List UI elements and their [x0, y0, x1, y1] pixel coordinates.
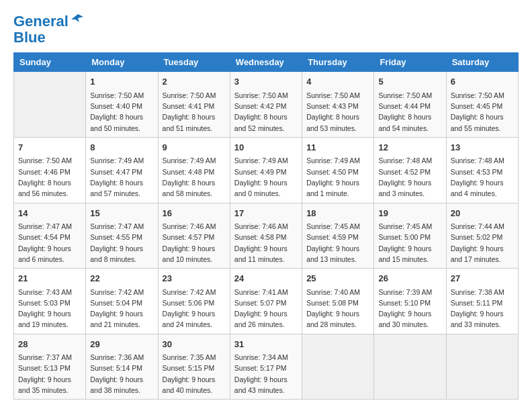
day-info: Sunrise: 7:50 AMSunset: 4:45 PMDaylight:…	[451, 90, 514, 134]
calendar-cell: 28Sunrise: 7:37 AMSunset: 5:13 PMDayligh…	[14, 334, 86, 400]
day-number: 17	[234, 207, 298, 220]
page-header: General Blue	[13, 13, 519, 46]
day-number: 1	[90, 75, 153, 89]
day-info: Sunrise: 7:42 AMSunset: 5:04 PMDaylight:…	[90, 287, 153, 330]
day-info: Sunrise: 7:49 AMSunset: 4:50 PMDaylight:…	[306, 155, 369, 199]
calendar-cell: 1Sunrise: 7:50 AMSunset: 4:40 PMDaylight…	[86, 72, 158, 138]
calendar-cell: 30Sunrise: 7:35 AMSunset: 5:15 PMDayligh…	[158, 334, 230, 400]
day-info: Sunrise: 7:45 AMSunset: 5:00 PMDaylight:…	[378, 221, 441, 265]
day-info: Sunrise: 7:47 AMSunset: 4:54 PMDaylight:…	[18, 221, 81, 265]
day-number: 9	[163, 141, 226, 154]
day-info: Sunrise: 7:49 AMSunset: 4:49 PMDaylight:…	[234, 155, 298, 199]
calendar-cell: 12Sunrise: 7:48 AMSunset: 4:52 PMDayligh…	[374, 137, 446, 203]
calendar-cell	[302, 334, 374, 400]
calendar-cell: 2Sunrise: 7:50 AMSunset: 4:41 PMDaylight…	[158, 72, 230, 138]
day-info: Sunrise: 7:50 AMSunset: 4:43 PMDaylight:…	[306, 90, 369, 134]
calendar-cell: 27Sunrise: 7:38 AMSunset: 5:11 PMDayligh…	[446, 269, 518, 334]
calendar-cell	[14, 72, 86, 138]
logo-bird-icon	[70, 13, 83, 26]
day-info: Sunrise: 7:40 AMSunset: 5:08 PMDaylight:…	[306, 287, 369, 330]
calendar-cell: 24Sunrise: 7:41 AMSunset: 5:07 PMDayligh…	[230, 269, 302, 334]
day-number: 18	[306, 207, 369, 220]
calendar-week-3: 14Sunrise: 7:47 AMSunset: 4:54 PMDayligh…	[14, 203, 519, 269]
weekday-header-row: SundayMondayTuesdayWednesdayThursdayFrid…	[14, 53, 519, 72]
weekday-header-sunday: Sunday	[14, 53, 86, 72]
day-info: Sunrise: 7:50 AMSunset: 4:42 PMDaylight:…	[234, 90, 298, 134]
logo: General Blue	[13, 13, 83, 46]
day-info: Sunrise: 7:47 AMSunset: 4:55 PMDaylight:…	[90, 221, 153, 265]
calendar-cell	[446, 334, 518, 400]
day-number: 24	[234, 272, 298, 285]
calendar-cell: 19Sunrise: 7:45 AMSunset: 5:00 PMDayligh…	[374, 203, 446, 269]
day-number: 26	[378, 272, 441, 285]
day-number: 10	[234, 141, 298, 154]
svg-marker-0	[71, 14, 83, 22]
weekday-header-monday: Monday	[86, 53, 158, 72]
day-info: Sunrise: 7:49 AMSunset: 4:47 PMDaylight:…	[90, 155, 153, 199]
day-info: Sunrise: 7:39 AMSunset: 5:10 PMDaylight:…	[378, 287, 441, 330]
day-info: Sunrise: 7:50 AMSunset: 4:40 PMDaylight:…	[90, 90, 153, 134]
day-number: 19	[378, 207, 441, 220]
calendar-cell: 29Sunrise: 7:36 AMSunset: 5:14 PMDayligh…	[86, 334, 158, 400]
day-info: Sunrise: 7:50 AMSunset: 4:46 PMDaylight:…	[18, 155, 81, 199]
calendar-cell: 4Sunrise: 7:50 AMSunset: 4:43 PMDaylight…	[302, 72, 374, 138]
day-number: 21	[18, 272, 81, 285]
day-info: Sunrise: 7:37 AMSunset: 5:13 PMDaylight:…	[18, 352, 81, 396]
calendar-table: SundayMondayTuesdayWednesdayThursdayFrid…	[13, 52, 519, 400]
day-number: 29	[90, 338, 153, 351]
calendar-cell: 21Sunrise: 7:43 AMSunset: 5:03 PMDayligh…	[14, 269, 86, 334]
day-number: 5	[378, 75, 441, 89]
day-info: Sunrise: 7:48 AMSunset: 4:52 PMDaylight:…	[378, 155, 441, 199]
calendar-cell: 26Sunrise: 7:39 AMSunset: 5:10 PMDayligh…	[374, 269, 446, 334]
day-info: Sunrise: 7:41 AMSunset: 5:07 PMDaylight:…	[234, 287, 298, 330]
day-info: Sunrise: 7:46 AMSunset: 4:57 PMDaylight:…	[163, 221, 226, 265]
day-number: 4	[306, 75, 369, 89]
day-number: 11	[306, 141, 369, 154]
calendar-cell: 25Sunrise: 7:40 AMSunset: 5:08 PMDayligh…	[302, 269, 374, 334]
day-number: 22	[90, 272, 153, 285]
day-number: 3	[234, 75, 298, 89]
day-info: Sunrise: 7:45 AMSunset: 4:59 PMDaylight:…	[306, 221, 369, 265]
day-number: 20	[451, 207, 514, 220]
day-number: 2	[163, 75, 226, 89]
weekday-header-saturday: Saturday	[446, 53, 518, 72]
calendar-week-2: 7Sunrise: 7:50 AMSunset: 4:46 PMDaylight…	[14, 137, 519, 203]
day-info: Sunrise: 7:46 AMSunset: 4:58 PMDaylight:…	[234, 221, 298, 265]
day-number: 7	[18, 141, 81, 154]
day-number: 12	[378, 141, 441, 154]
calendar-cell: 15Sunrise: 7:47 AMSunset: 4:55 PMDayligh…	[86, 203, 158, 269]
calendar-cell: 3Sunrise: 7:50 AMSunset: 4:42 PMDaylight…	[230, 72, 302, 138]
calendar-cell: 23Sunrise: 7:42 AMSunset: 5:06 PMDayligh…	[158, 269, 230, 334]
day-number: 30	[163, 338, 226, 351]
calendar-cell: 22Sunrise: 7:42 AMSunset: 5:04 PMDayligh…	[86, 269, 158, 334]
calendar-cell: 16Sunrise: 7:46 AMSunset: 4:57 PMDayligh…	[158, 203, 230, 269]
day-number: 14	[18, 207, 81, 220]
calendar-cell: 10Sunrise: 7:49 AMSunset: 4:49 PMDayligh…	[230, 137, 302, 203]
day-info: Sunrise: 7:50 AMSunset: 4:44 PMDaylight:…	[378, 90, 441, 134]
day-info: Sunrise: 7:44 AMSunset: 5:02 PMDaylight:…	[451, 221, 514, 265]
day-number: 28	[18, 338, 81, 351]
day-info: Sunrise: 7:48 AMSunset: 4:53 PMDaylight:…	[451, 155, 514, 199]
calendar-cell: 9Sunrise: 7:49 AMSunset: 4:48 PMDaylight…	[158, 137, 230, 203]
day-info: Sunrise: 7:36 AMSunset: 5:14 PMDaylight:…	[90, 352, 153, 396]
calendar-cell: 6Sunrise: 7:50 AMSunset: 4:45 PMDaylight…	[446, 72, 518, 138]
calendar-cell: 5Sunrise: 7:50 AMSunset: 4:44 PMDaylight…	[374, 72, 446, 138]
calendar-cell: 13Sunrise: 7:48 AMSunset: 4:53 PMDayligh…	[446, 137, 518, 203]
calendar-cell: 31Sunrise: 7:34 AMSunset: 5:17 PMDayligh…	[230, 334, 302, 400]
day-number: 31	[234, 338, 298, 351]
calendar-cell	[374, 334, 446, 400]
calendar-week-5: 28Sunrise: 7:37 AMSunset: 5:13 PMDayligh…	[14, 334, 519, 400]
day-info: Sunrise: 7:49 AMSunset: 4:48 PMDaylight:…	[163, 155, 226, 199]
day-number: 25	[306, 272, 369, 285]
day-number: 27	[451, 272, 514, 285]
calendar-week-1: 1Sunrise: 7:50 AMSunset: 4:40 PMDaylight…	[14, 72, 519, 138]
day-info: Sunrise: 7:42 AMSunset: 5:06 PMDaylight:…	[163, 287, 226, 330]
calendar-cell: 8Sunrise: 7:49 AMSunset: 4:47 PMDaylight…	[86, 137, 158, 203]
weekday-header-friday: Friday	[374, 53, 446, 72]
day-info: Sunrise: 7:38 AMSunset: 5:11 PMDaylight:…	[451, 287, 514, 330]
calendar-cell: 7Sunrise: 7:50 AMSunset: 4:46 PMDaylight…	[14, 137, 86, 203]
calendar-cell: 14Sunrise: 7:47 AMSunset: 4:54 PMDayligh…	[14, 203, 86, 269]
day-number: 6	[451, 75, 514, 89]
weekday-header-wednesday: Wednesday	[230, 53, 302, 72]
day-number: 8	[90, 141, 153, 154]
